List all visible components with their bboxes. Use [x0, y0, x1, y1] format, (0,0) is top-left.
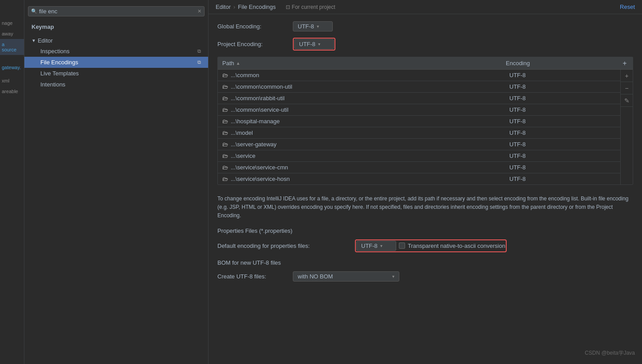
left-panel-xml[interactable]: xml: [0, 75, 24, 86]
col-encoding-header: Encoding: [501, 57, 617, 69]
table-add-button[interactable]: +: [617, 57, 633, 69]
sidebar-item-live-templates[interactable]: Live Templates: [24, 68, 208, 79]
table-row[interactable]: 🗁 ...\common\common-util UTF-8: [218, 81, 620, 93]
table-cell-encoding: UTF-8: [505, 139, 620, 150]
sidebar-item-inspections[interactable]: Inspections ⧉: [24, 46, 208, 57]
folder-icon: 🗁: [222, 129, 228, 136]
for-project: ⊡ For current project: [286, 4, 335, 10]
editor-header[interactable]: ▼ Editor: [24, 35, 208, 46]
left-panel-nage[interactable]: nage: [0, 18, 24, 28]
content-header: Editor › File Encodings ⊡ For current pr…: [209, 0, 642, 14]
main-content: Editor › File Encodings ⊡ For current pr…: [209, 0, 642, 364]
project-encoding-row: Project Encoding: UTF-8 ▾: [217, 38, 633, 51]
properties-encoding-highlight: UTF-8 ▾ Transparent native-to-ascii conv…: [355, 239, 507, 252]
table-body-wrapper: 🗁 ...\common UTF-8 🗁 ...\common\common-u…: [218, 70, 633, 184]
sidebar: 🔍 ✕ Keymap ▼ Editor Inspections ⧉ File E…: [24, 0, 209, 364]
clear-icon[interactable]: ✕: [197, 8, 201, 14]
description-text: To change encoding IntelliJ IDEA uses fo…: [217, 191, 633, 227]
settings-panel: Global Encoding: UTF-8 ▾ Project Encodin…: [209, 14, 642, 364]
folder-icon: 🗁: [222, 153, 228, 159]
global-encoding-row: Global Encoding: UTF-8 ▾: [217, 21, 633, 31]
watermark: CSDN @beita学Java: [585, 349, 635, 357]
breadcrumb-separator: ›: [233, 4, 235, 10]
bom-section: BOM for new UTF-8 files Create UTF-8 fil…: [217, 259, 633, 282]
breadcrumb-current: File Encodings: [238, 4, 276, 10]
table-row[interactable]: 🗁 ...\hospital-manage UTF-8: [218, 116, 620, 127]
project-encoding-dropdown[interactable]: UTF-8 ▾: [294, 39, 334, 49]
path-value: ...\server-gateway: [231, 141, 276, 148]
folder-icon: 🗁: [222, 118, 228, 125]
properties-encoding-dropdown[interactable]: UTF-8 ▾: [356, 241, 396, 251]
table-row[interactable]: 🗁 ...\service UTF-8: [218, 150, 620, 162]
path-value: ...\service: [231, 153, 256, 159]
table-row[interactable]: 🗁 ...\model UTF-8: [218, 127, 620, 139]
editor-arrow: ▼: [32, 38, 36, 43]
sidebar-item-file-encodings[interactable]: File Encodings ⧉: [24, 57, 208, 68]
side-action-add[interactable]: +: [621, 70, 633, 82]
left-edge-panel: nage away asource gateway. xml areable: [0, 0, 24, 364]
table-cell-encoding: UTF-8: [505, 127, 620, 138]
table-cell-encoding: UTF-8: [505, 81, 620, 92]
table-row[interactable]: 🗁 ...\service\service-cmn UTF-8: [218, 162, 620, 173]
copy-icon-file-encodings[interactable]: ⧉: [197, 59, 201, 65]
col-path-header[interactable]: Path ▲: [218, 57, 501, 69]
copy-icon-inspections[interactable]: ⧉: [197, 48, 201, 54]
table-cell-path: 🗁 ...\common\common-util: [218, 81, 505, 92]
left-panel-areable[interactable]: areable: [0, 86, 24, 97]
table-row[interactable]: 🗁 ...\service\service-hosn UTF-8: [218, 173, 620, 184]
breadcrumb: Editor › File Encodings: [216, 4, 276, 10]
bom-label: Create UTF-8 files:: [217, 273, 288, 280]
path-value: ...\model: [231, 129, 253, 136]
reset-button[interactable]: Reset: [620, 4, 635, 10]
table-cell-encoding: UTF-8: [505, 150, 620, 161]
path-value: ...\common\service-util: [231, 106, 288, 113]
table-cell-encoding: UTF-8: [505, 116, 620, 127]
folder-icon: 🗁: [222, 95, 228, 102]
left-panel-source[interactable]: asource: [0, 39, 24, 55]
search-input[interactable]: [39, 8, 197, 15]
global-encoding-dropdown[interactable]: UTF-8 ▾: [293, 21, 333, 31]
side-action-remove[interactable]: −: [621, 82, 633, 94]
project-encoding-highlight: UTF-8 ▾: [293, 38, 335, 51]
editor-label: Editor: [38, 37, 53, 44]
col-path-label: Path: [222, 60, 234, 67]
transparent-checkbox[interactable]: [399, 243, 405, 249]
bom-caret: ▾: [392, 274, 394, 279]
left-panel-away[interactable]: away: [0, 28, 24, 39]
table-header: Path ▲ Encoding +: [218, 57, 633, 70]
sidebar-item-intentions[interactable]: Intentions: [24, 79, 208, 90]
table-cell-encoding: UTF-8: [505, 162, 620, 173]
search-icon: 🔍: [31, 8, 37, 14]
table-row[interactable]: 🗁 ...\server-gateway UTF-8: [218, 139, 620, 150]
properties-section-title: Properties Files (*.properties): [217, 227, 633, 234]
table-cell-path: 🗁 ...\service\service-cmn: [218, 162, 505, 173]
table-cell-encoding: UTF-8: [505, 93, 620, 104]
bom-row: Create UTF-8 files: with NO BOM ▾: [217, 271, 633, 282]
folder-icon: 🗁: [222, 164, 228, 171]
table-cell-path: 🗁 ...\service: [218, 150, 505, 161]
properties-encoding-value: UTF-8: [361, 243, 378, 249]
table-row[interactable]: 🗁 ...\common\rabbit-util UTF-8: [218, 93, 620, 104]
for-project-label: For current project: [292, 4, 335, 10]
table-cell-path: 🗁 ...\model: [218, 127, 505, 138]
table-side-actions: + − ✎: [620, 70, 633, 184]
table-cell-path: 🗁 ...\common\rabbit-util: [218, 93, 505, 104]
encoding-table: Path ▲ Encoding + 🗁 ...\common UTF-8 🗁 .…: [217, 57, 633, 185]
table-cell-path: 🗁 ...\service\service-hosn: [218, 173, 505, 184]
table-row[interactable]: 🗁 ...\common UTF-8: [218, 70, 620, 81]
bom-section-title: BOM for new UTF-8 files: [217, 259, 633, 266]
project-encoding-caret: ▾: [318, 42, 320, 47]
folder-icon: 🗁: [222, 106, 228, 113]
keymap-label: Keymap: [24, 21, 208, 33]
table-cell-encoding: UTF-8: [505, 173, 620, 184]
global-encoding-label: Global Encoding:: [217, 23, 288, 30]
table-cell-path: 🗁 ...\hospital-manage: [218, 116, 505, 127]
table-row[interactable]: 🗁 ...\common\service-util UTF-8: [218, 104, 620, 116]
side-action-edit[interactable]: ✎: [621, 94, 633, 107]
path-value: ...\common\common-util: [231, 83, 292, 90]
bom-dropdown[interactable]: with NO BOM ▾: [293, 271, 399, 282]
table-cell-encoding: UTF-8: [505, 70, 620, 81]
table-cell-encoding: UTF-8: [505, 104, 620, 115]
bom-value: with NO BOM: [298, 273, 333, 280]
folder-icon: 🗁: [222, 176, 228, 182]
